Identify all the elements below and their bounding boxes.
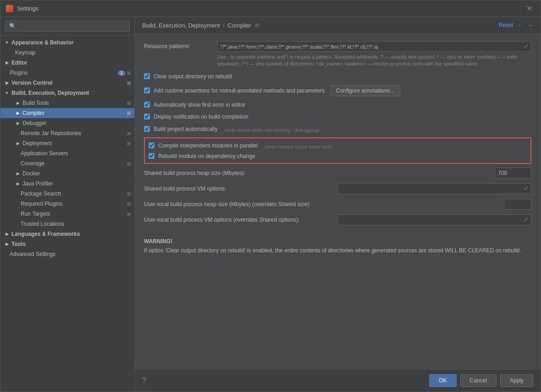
content-header: Build, Execution, Deployment › Compiler … xyxy=(135,17,541,34)
content-area: Build, Execution, Deployment › Compiler … xyxy=(135,17,541,392)
content-scroll: Resource patterns: ⤢ Use ; to separate p… xyxy=(135,34,541,369)
shared-vm-expand-icon[interactable]: ⤢ xyxy=(521,184,531,193)
arrow-icon: ▶ xyxy=(15,181,21,186)
compile-parallel-hint: (may require larger heap size) xyxy=(265,142,332,149)
sidebar-item-compiler[interactable]: ▶ Compiler ⊞ xyxy=(0,108,134,118)
add-assertions-label: Add runtime assertions for notnull-annot… xyxy=(154,87,325,94)
highlighted-section: Compile independent modules in parallel … xyxy=(144,137,531,164)
show-error-row: Automatically show first error in editor xyxy=(144,101,531,109)
sidebar-item-plugins[interactable]: Plugins 1 ⊞ xyxy=(0,68,134,78)
sidebar-item-required-plugins[interactable]: Required Plugins ⊞ xyxy=(0,199,134,209)
sidebar-item-app-servers[interactable]: Application Servers xyxy=(0,148,134,158)
user-vm-expand-icon[interactable]: ⤢ xyxy=(521,215,531,224)
close-button[interactable]: ✕ xyxy=(524,3,535,14)
ok-button[interactable]: OK xyxy=(429,374,456,387)
sidebar-item-coverage[interactable]: Coverage ⊞ xyxy=(0,158,134,169)
sidebar-item-build-execution[interactable]: ▼ Build, Execution, Deployment xyxy=(0,88,134,98)
resource-patterns-input[interactable] xyxy=(218,42,521,51)
configure-annotations-button[interactable]: Configure annotations... xyxy=(330,85,400,96)
display-notification-checkbox[interactable] xyxy=(144,114,150,120)
resource-patterns-label: Resource patterns: xyxy=(144,41,217,49)
show-error-checkbox[interactable] xyxy=(144,102,150,108)
search-box xyxy=(0,17,134,36)
remote-jar-icon: ⊞ xyxy=(127,131,131,136)
sidebar-item-keymap[interactable]: Keymap xyxy=(0,48,134,58)
sidebar-item-docker[interactable]: ▶ Docker xyxy=(0,169,134,179)
add-assertions-checkbox[interactable] xyxy=(144,87,150,93)
reset-button[interactable]: Reset xyxy=(499,22,513,28)
sidebar-item-advanced[interactable]: Advanced Settings xyxy=(0,249,134,259)
breadcrumb: Build, Execution, Deployment › Compiler … xyxy=(142,22,259,29)
sidebar-item-editor[interactable]: ▶ Editor xyxy=(0,58,134,68)
expand-icon[interactable]: ⤢ xyxy=(521,42,531,51)
build-tools-icon: ⊞ xyxy=(127,101,131,106)
shared-vm-input-wrapper: ⤢ xyxy=(337,183,532,194)
required-plugins-icon: ⊞ xyxy=(127,201,131,207)
sidebar-item-build-tools[interactable]: ▶ Build Tools ⊞ xyxy=(0,98,134,108)
show-error-label: Automatically show first error in editor xyxy=(154,102,245,108)
sidebar-item-package-search[interactable]: Package Search ⊞ xyxy=(0,189,134,199)
sidebar-item-debugger[interactable]: ▶ Debugger xyxy=(0,118,134,128)
build-automatically-checkbox[interactable] xyxy=(144,126,150,132)
arrow-icon: ▶ xyxy=(15,141,21,146)
sidebar-tree: ▼ Appearance & Behavior Keymap ▶ Editor … xyxy=(0,36,134,392)
arrow-icon: ▶ xyxy=(4,231,10,237)
build-automatically-label: Build project automatically xyxy=(154,126,217,132)
arrow-icon: ▶ xyxy=(4,60,10,65)
sidebar: ▼ Appearance & Behavior Keymap ▶ Editor … xyxy=(0,17,135,392)
warning-text: If option 'Clear output directory on reb… xyxy=(144,246,531,255)
shared-heap-row: Shared build process heap size (Mbytes): xyxy=(144,168,531,179)
breadcrumb-parent[interactable]: Build, Execution, Deployment xyxy=(142,22,220,29)
compile-parallel-checkbox[interactable] xyxy=(149,142,155,148)
rebuild-dependency-row: Rebuild module on dependency change xyxy=(149,152,527,160)
main-content: ▼ Appearance & Behavior Keymap ▶ Editor … xyxy=(0,17,541,392)
breadcrumb-separator: › xyxy=(223,22,225,29)
user-vm-input-wrapper: ⤢ xyxy=(337,214,532,225)
user-heap-input[interactable] xyxy=(504,199,531,210)
user-vm-input[interactable] xyxy=(338,215,522,225)
apply-button[interactable]: Apply xyxy=(500,374,533,387)
display-notification-label: Display notification on build completion xyxy=(154,114,248,120)
nav-forward-button[interactable]: → xyxy=(527,22,533,29)
search-input[interactable] xyxy=(5,21,130,32)
run-targets-icon: ⊞ xyxy=(127,212,131,217)
build-automatically-row: Build project automatically (only works … xyxy=(144,125,531,134)
help-button[interactable]: ? xyxy=(142,376,146,385)
arrow-icon: ▶ xyxy=(15,100,21,106)
user-vm-label: User-local build process VM options (ove… xyxy=(144,217,337,223)
sidebar-item-java-profiler[interactable]: ▶ Java Profiler xyxy=(0,179,134,189)
sidebar-item-version-control[interactable]: ▶ Version Control ⊞ xyxy=(0,78,134,88)
sidebar-item-remote-jar[interactable]: Remote Jar Repositories ⊞ xyxy=(0,128,134,138)
breadcrumb-settings-icon[interactable]: ⊟ xyxy=(255,22,259,28)
rebuild-dependency-checkbox[interactable] xyxy=(149,153,155,159)
app-icon xyxy=(6,5,13,12)
clear-output-checkbox[interactable] xyxy=(144,73,150,79)
sidebar-item-tools[interactable]: ▶ Tools xyxy=(0,239,134,249)
shared-heap-input[interactable] xyxy=(495,168,531,179)
sidebar-item-languages[interactable]: ▶ Languages & Frameworks xyxy=(0,229,134,239)
breadcrumb-current: Compiler xyxy=(227,22,251,29)
shared-vm-input[interactable] xyxy=(338,184,522,194)
sidebar-item-run-targets[interactable]: Run Targets ⊞ xyxy=(0,209,134,219)
nav-back-button[interactable]: ← xyxy=(517,22,523,29)
arrow-icon: ▶ xyxy=(15,171,21,176)
footer: ? OK Cancel Apply xyxy=(135,369,541,392)
arrow-icon: ▼ xyxy=(4,40,10,45)
header-actions: Reset ← → xyxy=(499,22,533,29)
sidebar-item-trusted-locations[interactable]: Trusted Locations xyxy=(0,219,134,229)
title-bar: Settings ✕ xyxy=(0,0,541,17)
settings-window: Settings ✕ ▼ Appearance & Behavior Keyma… xyxy=(0,0,541,392)
deployment-icon: ⊞ xyxy=(127,141,131,146)
compile-parallel-row: Compile independent modules in parallel … xyxy=(149,141,527,150)
plugins-badge: 1 xyxy=(118,71,125,76)
cancel-button[interactable]: Cancel xyxy=(460,374,497,387)
warning-title: WARNING! xyxy=(144,238,531,245)
arrow-icon: ▶ xyxy=(15,110,21,116)
coverage-icon: ⊞ xyxy=(127,161,131,166)
sidebar-item-appearance[interactable]: ▼ Appearance & Behavior xyxy=(0,38,134,48)
sidebar-item-deployment[interactable]: ▶ Deployment ⊞ xyxy=(0,138,134,148)
clear-output-label: Clear output directory on rebuild xyxy=(154,73,232,80)
display-notification-row: Display notification on build completion xyxy=(144,113,531,121)
compile-parallel-label: Compile independent modules in parallel xyxy=(158,142,258,149)
resource-patterns-input-wrapper: ⤢ xyxy=(217,41,531,52)
